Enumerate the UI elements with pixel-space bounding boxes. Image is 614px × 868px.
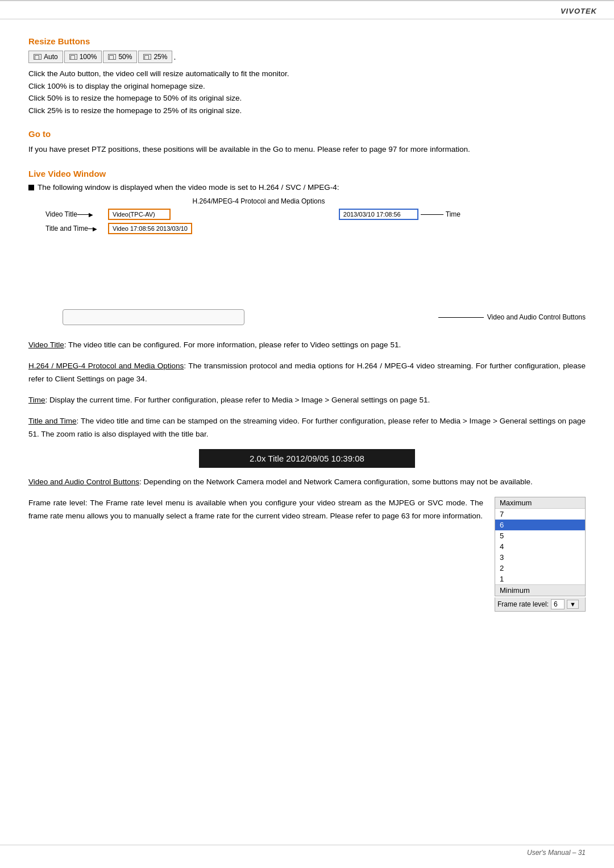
goto-title: Go to xyxy=(28,129,586,139)
bullet-square-icon xyxy=(28,185,34,190)
diagram-body: Video Title ▶ Video(TPC-AV) 2013/03/10 1… xyxy=(45,209,472,234)
resize-descriptions: Click the Auto button, the video cell wi… xyxy=(28,68,586,117)
desc1-text: : The video title can be configured. For… xyxy=(64,340,401,349)
resize-desc-3: Click 25% is to resize the homepage to 2… xyxy=(28,105,586,117)
twentyfive-button-label: 25% xyxy=(154,53,167,61)
desc5-term: Video and Audio Control Buttons xyxy=(28,477,139,486)
desc-control-buttons: Video and Audio Control Buttons: Dependi… xyxy=(28,476,586,489)
live-video-section: Live Video Window The following window i… xyxy=(28,169,586,612)
desc2-term: H.264 / MPEG-4 Protocol and Media Option… xyxy=(28,362,184,370)
fifty-button[interactable]: 50% xyxy=(103,51,137,63)
title-bar-example: 2.0x Title 2012/09/05 10:39:08 xyxy=(199,449,415,468)
main-content: Resize Buttons Auto 100% 50% 25% xyxy=(0,19,614,646)
top-border xyxy=(0,0,614,1)
diagram-row-2: Title and Time ▶ Video 17:08:56 2013/03/… xyxy=(108,223,301,234)
desc3-text: : Display the current time. For further … xyxy=(45,396,430,404)
live-video-title: Live Video Window xyxy=(28,169,586,178)
desc4-term: Title and Time xyxy=(28,417,77,425)
frame-rate-select-row: Frame rate level: 6 ▼ xyxy=(495,597,586,612)
desc1-term: Video Title xyxy=(28,340,64,349)
brand-name: VIVOTEK xyxy=(561,7,597,15)
frame-rate-dropdown[interactable]: Maximum 7 6 5 4 3 2 1 Minimum Frame xyxy=(495,497,586,612)
frame-rate-list: Maximum 7 6 5 4 3 2 1 Minimum xyxy=(495,497,586,596)
diagram-row-1: Video Title ▶ Video(TPC-AV) 2013/03/10 1… xyxy=(108,209,301,220)
video-area-spacer xyxy=(28,239,586,296)
fr-item-maximum: Maximum xyxy=(495,497,585,509)
fifty-button-icon xyxy=(108,54,116,60)
footer-text: User's Manual – 31 xyxy=(527,849,586,857)
fr-item-7[interactable]: 7 xyxy=(495,509,585,520)
footer: User's Manual – 31 xyxy=(527,849,586,857)
page-container: VIVOTEK Resize Buttons Auto 100% 50% xyxy=(0,0,614,868)
twentyfive-button-icon xyxy=(143,54,151,60)
arrow-head-1: ▶ xyxy=(89,211,93,218)
resize-desc-2: Click 50% is to resize the homepage to 5… xyxy=(28,92,586,105)
control-bar-line xyxy=(438,317,484,318)
fr-item-2[interactable]: 2 xyxy=(495,563,585,574)
arrow-head-2: ▶ xyxy=(93,226,97,232)
bullet-point: The following window is displayed when t… xyxy=(28,183,586,192)
desc-time: Time: Display the current time. For furt… xyxy=(28,394,586,407)
auto-button-icon xyxy=(34,54,42,60)
frame-rate-layout: Frame rate level: The Frame rate level m… xyxy=(28,497,586,612)
hundred-button-icon xyxy=(69,54,77,60)
title-time-field: Video 17:08:56 2013/03/10 xyxy=(108,223,192,234)
hundred-button-label: 100% xyxy=(80,53,97,61)
desc6-term: Frame rate level xyxy=(28,499,85,507)
fr-item-3[interactable]: 3 xyxy=(495,552,585,563)
control-bar-label-area: Video and Audio Control Buttons xyxy=(438,313,586,321)
frame-rate-select-value: 6 xyxy=(551,599,565,609)
resize-desc-0: Click the Auto button, the video cell wi… xyxy=(28,68,586,80)
goto-section: Go to If you have preset PTZ positions, … xyxy=(28,129,586,156)
control-bar-area: Video and Audio Control Buttons xyxy=(28,307,586,327)
bullet-text: The following window is displayed when t… xyxy=(38,183,339,192)
desc5-text: : Depending on the Network Camera model … xyxy=(139,477,533,486)
video-title-label-area: Video Title ▶ xyxy=(45,210,93,218)
time-arrow-line xyxy=(421,214,443,215)
twentyfive-button[interactable]: 25% xyxy=(138,51,172,63)
control-bar xyxy=(63,309,244,325)
header: VIVOTEK xyxy=(0,3,614,19)
video-title-label: Video Title xyxy=(45,210,77,218)
time-field: 2013/03/10 17:08:56 xyxy=(339,209,418,220)
desc4-text: : The video title and time can be stampe… xyxy=(28,417,586,438)
fr-item-minimum: Minimum xyxy=(495,584,585,596)
frame-rate-text-area: Frame rate level: The Frame rate level m… xyxy=(28,497,483,523)
goto-desc: If you have preset PTZ positions, these … xyxy=(28,143,586,156)
resize-desc-1: Click 100% is to display the original ho… xyxy=(28,80,586,93)
resize-buttons-title: Resize Buttons xyxy=(28,36,586,46)
bottom-border xyxy=(0,845,614,845)
auto-button-label: Auto xyxy=(44,53,58,61)
auto-button[interactable]: Auto xyxy=(28,51,63,63)
desc-frame-rate: Frame rate level: The Frame rate level m… xyxy=(28,497,483,523)
fr-item-6[interactable]: 6 xyxy=(495,520,585,530)
fifty-button-label: 50% xyxy=(118,53,132,61)
control-bar-label: Video and Audio Control Buttons xyxy=(487,313,586,321)
title-and-time-label: Title and Time xyxy=(45,225,88,232)
time-label-text: Time xyxy=(446,210,460,218)
fr-item-5[interactable]: 5 xyxy=(495,530,585,541)
fr-item-1[interactable]: 1 xyxy=(495,574,585,584)
diagram-title: H.264/MPEG-4 Protocol and Media Options xyxy=(45,197,472,205)
buttons-period: . xyxy=(173,52,176,61)
desc6-text: : The Frame rate level menu is available… xyxy=(28,499,483,520)
arrow-line-2 xyxy=(88,229,93,229)
frame-rate-section: Frame rate level: The Frame rate level m… xyxy=(28,497,586,612)
desc3-term: Time xyxy=(28,396,45,404)
time-field-area: 2013/03/10 17:08:56 Time xyxy=(339,209,460,220)
video-title-field: Video(TPC-AV) xyxy=(108,209,171,220)
title-bar-example-container: 2.0x Title 2012/09/05 10:39:08 xyxy=(28,449,586,468)
desc-video-title: Video Title: The video title can be conf… xyxy=(28,339,586,352)
video-diagram: H.264/MPEG-4 Protocol and Media Options … xyxy=(45,197,472,234)
desc-title-and-time: Title and Time: The video title and time… xyxy=(28,415,586,441)
fr-item-4[interactable]: 4 xyxy=(495,541,585,552)
title-time-label-area: Title and Time ▶ xyxy=(45,225,97,232)
resize-buttons-section: Resize Buttons Auto 100% 50% 25% xyxy=(28,36,586,117)
arrow-line-1 xyxy=(77,214,89,215)
resize-btn-row: Auto 100% 50% 25% . xyxy=(28,51,586,63)
desc-h264: H.264 / MPEG-4 Protocol and Media Option… xyxy=(28,360,586,386)
frame-rate-select-label: Frame rate level: xyxy=(497,600,549,608)
hundred-button[interactable]: 100% xyxy=(64,51,102,63)
frame-rate-dropdown-btn[interactable]: ▼ xyxy=(567,600,579,609)
